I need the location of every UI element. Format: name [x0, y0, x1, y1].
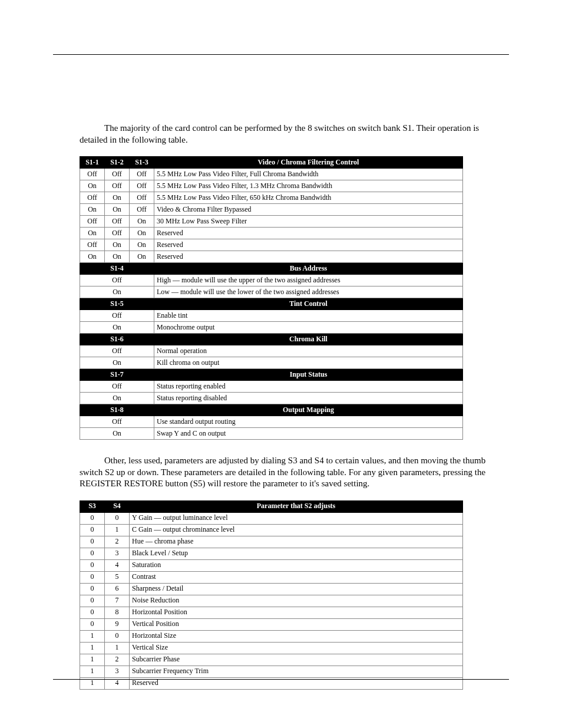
footer-rule [53, 679, 509, 680]
col-desc: Chroma Kill [154, 334, 463, 345]
table-row: OffStatus reporting enabled [80, 381, 463, 393]
table-row: 04Saturation [80, 559, 463, 571]
col-s1-8: S1-8 [80, 404, 154, 416]
col-s4: S4 [105, 500, 130, 512]
table-row: 07Noise Reduction [80, 595, 463, 607]
table-row: 13Subcarrier Frequency Trim [80, 666, 463, 677]
table-row: OffOnOff5.5 MHz Low Pass Video Filter, 6… [80, 192, 463, 204]
col-s1-5: S1-5 [80, 298, 154, 310]
table-row: OnLow — module will use the lower of the… [80, 286, 463, 298]
table-row: OffHigh — module will use the upper of t… [80, 275, 463, 286]
table-row: 11Vertical Size [80, 642, 463, 654]
table-header: S1-1 S1-2 S1-3 Video / Chroma Filtering … [80, 157, 463, 169]
col-desc: Input Status [154, 369, 463, 381]
col-desc: Tint Control [154, 298, 463, 310]
col-s1-3: S1-3 [130, 157, 154, 169]
table-row: OnKill chroma on output [80, 357, 463, 369]
col-s1-6: S1-6 [80, 334, 154, 345]
table-row: OnOnOffVideo & Chroma Filter Bypassed [80, 204, 463, 216]
header-rule [53, 54, 509, 55]
table-row: OnSwap Y and C on output [80, 428, 463, 440]
col-s1-4: S1-4 [80, 263, 154, 275]
table-row: 02Hue — chroma phase [80, 536, 463, 548]
table-row: 03Black Level / Setup [80, 548, 463, 559]
col-s1-2: S1-2 [105, 157, 130, 169]
table-row: OffEnable tint [80, 310, 463, 322]
table-subheader: S1-4 Bus Address [80, 263, 463, 275]
table-subheader: S1-8 Output Mapping [80, 404, 463, 416]
table-row: 05Contrast [80, 571, 463, 583]
table-header: S3 S4 Parameter that S2 adjusts [80, 500, 463, 512]
table-row: OffNormal operation [80, 345, 463, 357]
col-s1-7: S1-7 [80, 369, 154, 381]
col-s1-1: S1-1 [80, 157, 105, 169]
col-desc: Output Mapping [154, 404, 463, 416]
col-param: Parameter that S2 adjusts [130, 500, 463, 512]
table-row: OffUse standard output routing [80, 416, 463, 428]
table-row: OffOffOff5.5 MHz Low Pass Video Filter, … [80, 169, 463, 180]
table-row: 12Subcarrier Phase [80, 654, 463, 666]
table-row: OnOffOnReserved [80, 228, 463, 239]
parameter-table: S3 S4 Parameter that S2 adjusts 00Y Gain… [80, 500, 463, 690]
col-desc: Bus Address [154, 263, 463, 275]
table-row: 01C Gain — output chrominance level [80, 524, 463, 536]
col-s3: S3 [80, 500, 105, 512]
table-subheader: S1-6 Chroma Kill [80, 334, 463, 345]
table-row: OnMonochrome output [80, 322, 463, 334]
table-row: 08Horizontal Position [80, 607, 463, 618]
document-content: The majority of the card control can be … [80, 123, 509, 705]
table-row: OffOffOn30 MHz Low Pass Sweep Filter [80, 216, 463, 228]
table-row: OnStatus reporting disabled [80, 393, 463, 404]
table-row: OnOnOnReserved [80, 251, 463, 263]
table-row: 09Vertical Position [80, 618, 463, 630]
table-subheader: S1-7 Input Status [80, 369, 463, 381]
paragraph-1: The majority of the card control can be … [80, 123, 509, 146]
table-row: OnOffOff5.5 MHz Low Pass Video Filter, 1… [80, 180, 463, 192]
table-subheader: S1-5 Tint Control [80, 298, 463, 310]
table-row: 10Horizontal Size [80, 630, 463, 642]
table-row: OffOnOnReserved [80, 239, 463, 251]
col-desc: Video / Chroma Filtering Control [154, 157, 463, 169]
paragraph-2: Other, less used, parameters are adjuste… [80, 455, 509, 490]
table-row: 06Sharpness / Detail [80, 583, 463, 595]
table-row: 00Y Gain — output luminance level [80, 512, 463, 524]
switch-bank-table: S1-1 S1-2 S1-3 Video / Chroma Filtering … [80, 156, 463, 440]
